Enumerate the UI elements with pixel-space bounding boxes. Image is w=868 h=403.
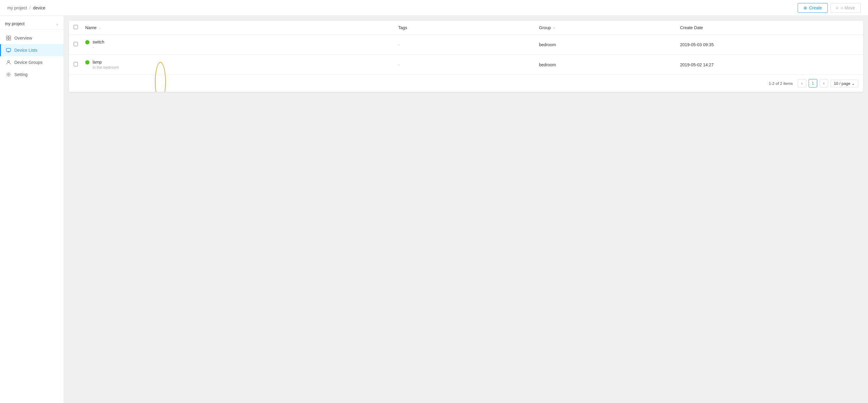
- breadcrumb-current: device: [33, 5, 45, 10]
- next-page-button[interactable]: ›: [819, 79, 828, 88]
- device-name-2[interactable]: lamp: [93, 60, 119, 65]
- sidebar-item-device-groups[interactable]: Device Groups: [0, 56, 64, 68]
- table-container: online status Name ↕ Tags: [69, 21, 863, 92]
- row-checkbox-2[interactable]: [74, 62, 78, 66]
- sidebar-label-overview: Overview: [14, 36, 32, 40]
- page-size-selector[interactable]: 10 / page ⌄: [831, 80, 858, 87]
- page-summary: 1-2 of 2 items: [769, 81, 793, 86]
- content-area: online status Name ↕ Tags: [64, 16, 868, 403]
- svg-rect-2: [6, 38, 8, 40]
- table-wrapper: online status Name ↕ Tags: [69, 21, 863, 92]
- table-row: lamp in the bedroom - bedroom: [69, 55, 863, 75]
- gear-icon: [6, 72, 11, 77]
- status-dot-1: [85, 40, 90, 44]
- table-header-row: Name ↕ Tags Group ▿ Create Dat: [69, 21, 863, 35]
- select-all-checkbox[interactable]: [74, 25, 78, 29]
- move-button: + + Move: [830, 3, 861, 13]
- col-header-name: Name ↕: [80, 21, 393, 35]
- sort-icon[interactable]: ↕: [99, 27, 100, 30]
- row-checkbox-cell-2: [69, 55, 80, 75]
- row-name-cell-1: switch -: [80, 35, 393, 55]
- prev-page-button[interactable]: ‹: [798, 79, 806, 88]
- plus-circle-icon: ⊕: [804, 5, 807, 10]
- top-header: my project / device ⊕ Create + + Move: [0, 0, 868, 16]
- sidebar-label-setting: Setting: [14, 72, 28, 77]
- sidebar-item-setting[interactable]: Setting: [0, 68, 64, 80]
- chevron-down-icon: ⌄: [56, 22, 59, 26]
- row-checkbox-1[interactable]: [74, 42, 78, 46]
- svg-rect-3: [9, 38, 11, 40]
- grid-icon: [6, 35, 11, 41]
- group-icon: [6, 60, 11, 65]
- select-all-header: [69, 21, 80, 35]
- svg-point-7: [8, 61, 9, 62]
- svg-rect-0: [6, 36, 8, 38]
- breadcrumb-separator: /: [30, 5, 31, 10]
- sidebar: my project ⌄ Overview: [0, 16, 64, 403]
- header-actions: ⊕ Create + + Move: [798, 3, 861, 13]
- device-desc-1: -: [93, 45, 104, 49]
- filter-icon[interactable]: ▿: [553, 26, 555, 30]
- row-group-cell-1: bedroom: [534, 35, 675, 55]
- row-tags-cell-2: -: [393, 55, 534, 75]
- col-header-tags: Tags: [393, 21, 534, 35]
- row-name-cell-2: lamp in the bedroom: [80, 55, 393, 75]
- page-1-button[interactable]: 1: [809, 79, 817, 88]
- col-header-group: Group ▿: [534, 21, 675, 35]
- date-value-1: 2019-05-03 09:35: [680, 42, 714, 47]
- svg-rect-4: [6, 48, 11, 52]
- row-date-cell-2: 2019-05-02 14:27: [675, 55, 863, 75]
- breadcrumb-project[interactable]: my project: [7, 5, 27, 10]
- project-selector[interactable]: my project ⌄: [0, 18, 64, 30]
- tags-value-2: -: [398, 62, 400, 67]
- device-name-1[interactable]: switch: [93, 39, 104, 44]
- table-row: switch - - bedroom: [69, 35, 863, 55]
- device-desc-2: in the bedroom: [93, 65, 119, 70]
- row-checkbox-cell-1: [69, 35, 80, 55]
- plus-icon: +: [836, 5, 838, 10]
- svg-rect-1: [9, 36, 11, 38]
- date-value-2: 2019-05-02 14:27: [680, 62, 714, 67]
- sidebar-label-device-groups: Device Groups: [14, 60, 42, 65]
- device-icon: [6, 47, 11, 53]
- row-date-cell-1: 2019-05-03 09:35: [675, 35, 863, 55]
- breadcrumb: my project / device: [7, 5, 45, 10]
- sidebar-label-device-lists: Device Lists: [14, 48, 37, 53]
- col-header-date: Create Date: [675, 21, 863, 35]
- pagination: 1-2 of 2 items ‹ 1 › 10 / page ⌄: [69, 74, 863, 92]
- main-layout: my project ⌄ Overview: [0, 16, 868, 403]
- sidebar-item-overview[interactable]: Overview: [0, 32, 64, 44]
- device-table: Name ↕ Tags Group ▿ Create Dat: [69, 21, 863, 74]
- row-group-cell-2: bedroom: [534, 55, 675, 75]
- chevron-page-icon: ⌄: [851, 81, 855, 86]
- group-value-1: bedroom: [539, 42, 556, 47]
- sidebar-item-device-lists[interactable]: Device Lists: [0, 44, 64, 56]
- create-button[interactable]: ⊕ Create: [798, 3, 828, 13]
- status-dot-2: [85, 60, 90, 65]
- project-name: my project: [5, 21, 25, 26]
- svg-point-8: [8, 74, 9, 75]
- tags-value-1: -: [398, 42, 400, 47]
- group-value-2: bedroom: [539, 62, 556, 67]
- row-tags-cell-1: -: [393, 35, 534, 55]
